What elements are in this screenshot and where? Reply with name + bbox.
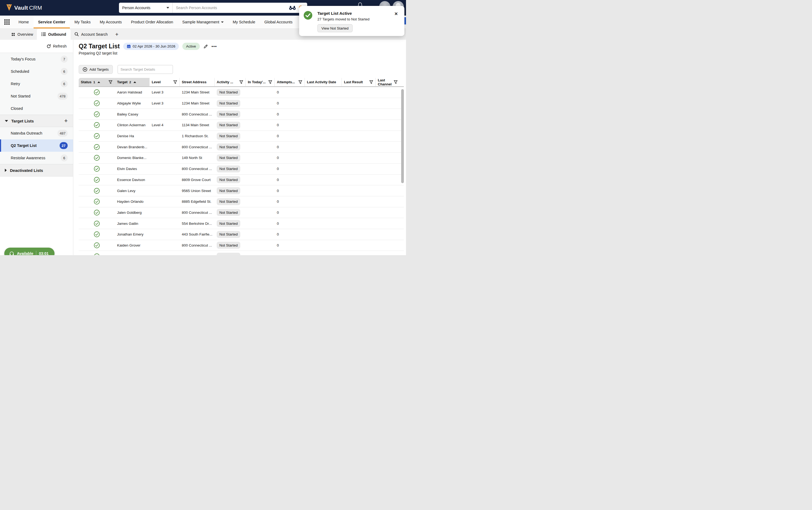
filter-funnel-icon[interactable] [369, 80, 373, 84]
table-row[interactable]: Bailey Casey800 Connecticut ...Not Start… [79, 109, 404, 120]
global-search-input[interactable] [173, 3, 289, 13]
column-header-status[interactable]: Status1 [79, 78, 115, 86]
filter-funnel-icon[interactable] [268, 80, 272, 84]
cell-street-address: 8091 W. Madiso... [180, 251, 214, 255]
vertical-scrollbar[interactable] [401, 89, 404, 183]
sidebar-item-label: Closed [11, 106, 68, 111]
table-row[interactable]: Kimberly Maas8091 W. Madiso...Not Starte… [79, 251, 404, 255]
column-header-last-activity-date[interactable]: Last Activity Date [305, 78, 342, 86]
cell-in-today-value [246, 87, 275, 98]
count-badge: 7 [61, 56, 68, 63]
add-tab-button[interactable]: + [111, 29, 122, 40]
sidebar-item-today-s-focus[interactable]: Today's Focus7 [0, 53, 73, 65]
cell-activity-status-chip: Not Started [214, 120, 246, 131]
sidebar-item-retry[interactable]: Retry6 [0, 78, 73, 90]
nav-item-service-center[interactable]: Service Center [34, 16, 70, 28]
cell-street-address: 800 Connecticut ... [180, 142, 214, 152]
deactivated-lists-section-header[interactable]: Deactivated Lists [0, 164, 73, 176]
table-row[interactable]: Denise Ha1 Richardson St.Not Started0 [79, 131, 404, 142]
cell-row-status-check-icon [79, 87, 115, 98]
search-scope-dropdown[interactable]: Person Accounts [119, 3, 173, 13]
nav-item-my-tasks[interactable]: My Tasks [70, 16, 95, 28]
app-launcher-icon[interactable] [0, 16, 14, 28]
nav-item-sample-management[interactable]: Sample Management [178, 16, 228, 28]
table-row[interactable]: Domenic Blanke...149 North StNot Started… [79, 152, 404, 164]
tab-outbound[interactable]: Outbound [37, 29, 70, 40]
cell-attempts-value: 0 [275, 251, 305, 255]
close-icon[interactable]: ✕ [395, 11, 398, 17]
cell-last-activity-date [305, 131, 342, 142]
cell-row-status-check-icon [79, 175, 115, 185]
column-header-street-address[interactable]: Street Address [180, 78, 214, 86]
cell-last-result [342, 251, 376, 255]
table-row[interactable]: Abigayle WylieLevel 31234 Main StreetNot… [79, 98, 404, 109]
nav-item-home[interactable]: Home [14, 16, 34, 28]
table-row[interactable]: Jonathan Emery443 South Fairfie...Not St… [79, 229, 404, 240]
column-header-activity-[interactable]: Activity ... [214, 78, 246, 86]
sidebar-item-not-started[interactable]: Not Started478 [0, 90, 73, 102]
binoculars-icon[interactable] [289, 5, 296, 10]
table-row[interactable]: Kaiden Grover800 Connecticut ...Not Star… [79, 240, 404, 251]
check-circle-icon [94, 242, 100, 248]
cell-last-channel [376, 185, 400, 196]
sort-asc-icon [97, 81, 100, 83]
tab-account-search[interactable]: Account Search [70, 29, 111, 40]
column-header-in-today-[interactable]: In Today'... [246, 78, 275, 86]
count-badge: 6 [61, 68, 68, 75]
date-range-text: 02 Apr 2026 - 30 Jun 2026 [133, 44, 175, 48]
edit-pencil-icon[interactable] [203, 44, 208, 49]
more-actions-button[interactable]: ••• [211, 44, 217, 49]
target-lists-section-header[interactable]: Target Lists + [0, 115, 73, 127]
nav-item-my-accounts[interactable]: My Accounts [95, 16, 126, 28]
cell-last-result [342, 87, 376, 98]
cell-in-today-value [246, 229, 275, 240]
sidebar-item-closed[interactable]: Closed [0, 102, 73, 115]
cell-activity-status-chip: Not Started [214, 196, 246, 207]
cell-attempts-value: 0 [275, 240, 305, 251]
cell-last-channel [376, 120, 400, 131]
target-list-item-natevba-outreach[interactable]: Natevba Outreach487 [0, 127, 73, 139]
table-row[interactable]: Clinton AckermanLevel 41134 Main StreetN… [79, 120, 404, 131]
table-row[interactable]: Essence Davison8809 Grove CourtNot Start… [79, 175, 404, 186]
column-header-level[interactable]: Level [150, 78, 180, 86]
target-list-item-restolar-awareness[interactable]: Restolar Awareness6 [0, 152, 73, 164]
target-details-search-input[interactable] [118, 65, 173, 74]
filter-funnel-icon[interactable] [109, 80, 113, 84]
sidebar-item-scheduled[interactable]: Scheduled6 [0, 65, 73, 78]
cell-street-address: 8885 Edgefield St. [180, 196, 214, 207]
view-not-started-button[interactable]: View Not Started [317, 24, 353, 32]
status-chip: Not Started [217, 187, 240, 194]
filter-funnel-icon[interactable] [173, 80, 177, 84]
table-row[interactable]: Hayden Orlando8885 Edgefield St.Not Star… [79, 196, 404, 207]
chevron-down-icon [221, 22, 224, 23]
nav-item-product-order-allocation[interactable]: Product Order Allocation [126, 16, 178, 28]
filter-funnel-icon[interactable] [394, 80, 398, 84]
add-targets-button[interactable]: Add Targets [79, 65, 113, 74]
status-chip: Not Started [217, 253, 240, 255]
nav-item-global-accounts[interactable]: Global Accounts [260, 16, 297, 28]
tab-overview[interactable]: Overview [7, 29, 37, 40]
nav-item-label: My Schedule [233, 20, 255, 24]
table-row[interactable]: Galen Levy9565 Union StreetNot Started0 [79, 185, 404, 196]
table-row[interactable]: Devan Brandenb...800 Connecticut ...Not … [79, 142, 404, 152]
filter-funnel-icon[interactable] [239, 80, 243, 84]
check-circle-icon [94, 188, 100, 194]
date-range-pill[interactable]: 02 Apr 2026 - 30 Jun 2026 [123, 43, 179, 50]
add-target-list-button[interactable]: + [64, 117, 68, 124]
column-header-last-result[interactable]: Last Result [342, 78, 376, 86]
cell-row-status-check-icon [79, 142, 115, 152]
toast-title: Target List Active [317, 11, 352, 16]
column-header-attempts-[interactable]: Attempts... [275, 78, 305, 86]
table-row[interactable]: Aaron HalsteadLevel 31234 Main StreetNot… [79, 87, 404, 98]
agent-status-pill[interactable]: Available 03:01 [4, 248, 55, 255]
table-row[interactable]: Elvin Davies800 Connecticut ...Not Start… [79, 164, 404, 175]
table-row[interactable]: James Gatlin554 Berkshire Dr...Not Start… [79, 218, 404, 229]
target-list-item-q2-target-list[interactable]: Q2 Target List27 [0, 139, 73, 152]
nav-item-my-schedule[interactable]: My Schedule [228, 16, 260, 28]
table-row[interactable]: Jalen Goldberg800 Connecticut ...Not Sta… [79, 207, 404, 218]
agent-status-timer: 03:01 [39, 251, 49, 255]
refresh-button[interactable]: Refresh [0, 40, 73, 53]
column-header-last-channel[interactable]: Last Channel [376, 78, 400, 86]
column-header-target[interactable]: Target2 [115, 78, 150, 86]
filter-funnel-icon[interactable] [298, 80, 302, 84]
